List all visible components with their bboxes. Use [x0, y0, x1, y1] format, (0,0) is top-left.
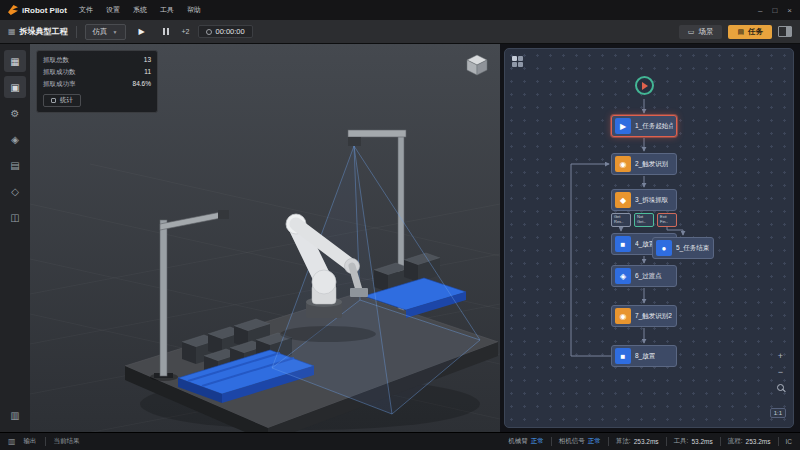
- scene-view-label: 场景: [698, 27, 713, 37]
- statistics-label: 统计: [60, 96, 73, 105]
- sidebar-calibration-button[interactable]: ◇: [4, 180, 26, 202]
- branch-tab-not-get[interactable]: Not Get..: [634, 213, 654, 227]
- branch-tab-get-result[interactable]: Get Res..: [611, 213, 631, 227]
- flow-node-place-2[interactable]: ■ 8_放置: [611, 345, 677, 367]
- panel-layout-button[interactable]: [778, 26, 792, 37]
- place-icon: ■: [615, 348, 631, 364]
- stats-panel: 抓取总数 13 抓取成功数 11 抓取成功率 84.6% 统计: [36, 50, 158, 113]
- project-title: 拆垛典型工程: [20, 26, 68, 37]
- panel-overview-icon[interactable]: [512, 56, 523, 67]
- app-name: iRobot Pilot: [22, 6, 67, 15]
- node-label: 1_任务起始点: [635, 122, 673, 131]
- menu-system[interactable]: 系统: [133, 5, 147, 15]
- menu-file[interactable]: 文件: [79, 5, 93, 15]
- flow-node-trigger-recognition-2[interactable]: ◉ 7_触发识别2: [611, 305, 677, 327]
- recognition-icon: ◉: [615, 156, 631, 172]
- play-icon: ▶: [138, 27, 144, 36]
- scene-icon: ▭: [688, 28, 695, 36]
- stats-row-total: 抓取总数 13: [43, 56, 151, 65]
- output-tab[interactable]: 输出: [24, 437, 37, 446]
- speed-indicator[interactable]: +2: [182, 28, 190, 35]
- tool-time: 工具: 53.2ms: [674, 437, 713, 446]
- menu-help[interactable]: 帮助: [187, 5, 201, 15]
- zoom-out-icon[interactable]: −: [778, 368, 783, 376]
- sidebar-io-monitor-button[interactable]: ◫: [4, 206, 26, 228]
- statusbar: ▥ 输出 当前结果 机械臂 正常 相机信号 正常 算法: 253.2ms 工具:…: [0, 432, 800, 450]
- calibration-icon: ◇: [11, 186, 19, 197]
- flow-node-task-start[interactable]: ▶ 1_任务起始点: [611, 115, 677, 137]
- sidebar-statistics-button[interactable]: ▤: [4, 154, 26, 176]
- task-start-icon: ▶: [615, 118, 631, 134]
- zoom-in-icon[interactable]: +: [778, 352, 783, 360]
- sim-mode-dropdown[interactable]: 仿真 ▼: [85, 24, 126, 40]
- magnifier-icon[interactable]: [777, 384, 784, 391]
- node-label: 8_放置: [635, 352, 655, 361]
- cycle-time: 流程: 253.2ms: [728, 437, 771, 446]
- node-label: 5_任务结束: [676, 244, 709, 253]
- maximize-icon[interactable]: □: [772, 6, 777, 15]
- node-label: 6_过渡点: [635, 272, 662, 281]
- statistics-icon: [51, 98, 56, 103]
- sidebar-scene-tree-button[interactable]: ▦: [4, 50, 26, 72]
- view-switcher: ▭ 场景 ▤ 任务: [679, 25, 792, 39]
- task-view-button[interactable]: ▤ 任务: [728, 25, 772, 39]
- current-result-tab[interactable]: 当前结果: [54, 437, 80, 446]
- grab-icon: ◆: [615, 192, 631, 208]
- app-logo-icon: [8, 5, 18, 15]
- sidebar-model-library-button[interactable]: ▣: [4, 76, 26, 98]
- pause-button[interactable]: [158, 24, 174, 40]
- task-icon: ▤: [737, 28, 744, 36]
- stats-row-rate: 抓取成功率 84.6%: [43, 80, 151, 89]
- task-view-label: 任务: [748, 27, 763, 37]
- flow-node-task-end[interactable]: ● 5_任务结束: [652, 237, 714, 259]
- timer-value: 00:00:00: [216, 27, 245, 36]
- sidebar-settings-button[interactable]: ⚙: [4, 102, 26, 124]
- app-window: iRobot Pilot 文件 设置 系统 工具 帮助 – □ × ▦ 拆垛典型…: [0, 0, 800, 450]
- place-icon: ■: [615, 236, 631, 252]
- camera-status: 相机信号 正常: [559, 437, 601, 446]
- node-label: 3_拆垛抓取: [635, 196, 668, 205]
- transition-icon: ◈: [615, 268, 631, 284]
- task-flow-panel[interactable]: ▶ 1_任务起始点 ◉ 2_触发识别 ◆ 3_拆垛抓取 Get Res.. No…: [504, 48, 794, 428]
- menu-bar: 文件 设置 系统 工具 帮助: [79, 5, 201, 15]
- algorithm-time: 算法: 253.2ms: [616, 437, 659, 446]
- flow-node-trigger-recognition[interactable]: ◉ 2_触发识别: [611, 153, 677, 175]
- model-library-icon: ▣: [10, 82, 19, 93]
- app-logo: iRobot Pilot: [8, 5, 67, 15]
- statistics-button[interactable]: 统计: [43, 94, 81, 107]
- recognition-icon: ◉: [615, 308, 631, 324]
- scene-view-button[interactable]: ▭ 场景: [679, 25, 723, 39]
- sim-mode-label: 仿真: [93, 27, 108, 37]
- flow-node-depalletize-grab[interactable]: ◆ 3_拆垛抓取: [611, 189, 677, 211]
- console-icon: ▥: [10, 410, 19, 421]
- flow-start-node[interactable]: [635, 76, 654, 95]
- close-icon[interactable]: ×: [787, 6, 792, 15]
- viewport-3d[interactable]: 抓取总数 13 抓取成功数 11 抓取成功率 84.6% 统计: [30, 44, 500, 432]
- chevron-down-icon: ▼: [113, 29, 118, 35]
- menu-settings[interactable]: 设置: [106, 5, 120, 15]
- start-play-icon: [642, 82, 648, 90]
- gear-icon: ⚙: [11, 108, 20, 119]
- divider: [45, 437, 46, 446]
- timer-chip: 00:00:00: [198, 25, 253, 38]
- stats-total-value: 13: [144, 56, 151, 65]
- branch-tab-exit-finish[interactable]: Exit Fin..: [657, 213, 677, 227]
- sidebar-console-button[interactable]: ▥: [4, 404, 26, 426]
- chart-icon: ▤: [10, 160, 19, 171]
- flow-node-transition-point[interactable]: ◈ 6_过渡点: [611, 265, 677, 287]
- zoom-reset-button[interactable]: 1:1: [770, 408, 786, 418]
- minimize-icon[interactable]: –: [758, 6, 762, 15]
- sidebar-trajectory-button[interactable]: ◈: [4, 128, 26, 150]
- stats-row-success: 抓取成功数 11: [43, 68, 151, 77]
- stats-total-label: 抓取总数: [43, 56, 69, 65]
- stats-rate-label: 抓取成功率: [43, 80, 76, 89]
- view-gizmo[interactable]: [464, 52, 490, 78]
- output-icon[interactable]: ▥: [8, 437, 16, 446]
- canvas-zoom-tools: + −: [777, 352, 784, 391]
- ime-indicator: IC: [786, 438, 793, 445]
- camera-right-icon: [348, 137, 361, 146]
- status-metrics: 机械臂 正常 相机信号 正常 算法: 253.2ms 工具: 53.2ms 流程…: [508, 437, 792, 446]
- menu-tools[interactable]: 工具: [160, 5, 174, 15]
- play-button[interactable]: ▶: [134, 24, 150, 40]
- node-label: 7_触发识别2: [635, 312, 672, 321]
